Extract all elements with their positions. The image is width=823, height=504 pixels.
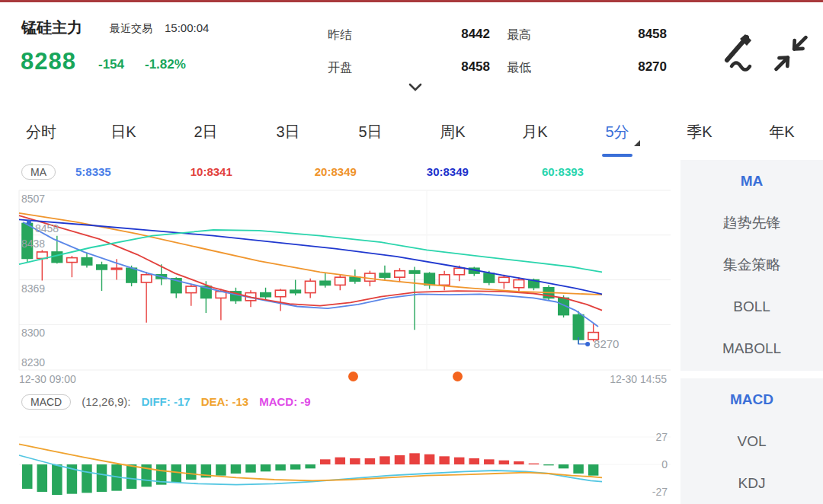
event-marker-dot[interactable] [348, 372, 358, 381]
tab-2day[interactable]: 2日 [165, 107, 247, 157]
ma60-value: 60:8393 [542, 165, 584, 178]
sidebar-item-ma[interactable]: MA [680, 160, 823, 202]
sidebar-item-trend-pioneer[interactable]: 趋势先锋 [680, 202, 823, 244]
sidebar-item-boll[interactable]: BOLL [680, 285, 823, 327]
ma30-value: 30:8349 [427, 165, 469, 178]
overlay-indicator-section: MA 趋势先锋 集金策略 BOLL MABOLL [680, 160, 823, 371]
macd-legend-row: MACD (12,26,9): DIFF: -17 DEA: -13 MACD:… [0, 386, 680, 417]
time-axis-start: 12-30 09:00 [19, 373, 76, 385]
time-axis-end: 12-30 14:55 [610, 373, 667, 385]
tab-5min-label: 5分 [605, 122, 629, 142]
tab-quarter-k[interactable]: 季K [658, 107, 741, 157]
macd-chart-canvas[interactable]: 270-27 [0, 417, 680, 504]
sub-indicator-section: MACD VOL KDJ [680, 378, 823, 504]
open-label: 开盘 [328, 60, 352, 76]
sidebar-item-jijin-strategy[interactable]: 集金策略 [680, 244, 823, 285]
event-marker-dot[interactable] [453, 372, 463, 381]
sidebar-item-maboll[interactable]: MABOLL [680, 327, 823, 369]
tab-fenshi[interactable]: 分时 [0, 107, 82, 157]
open-value: 8458 [429, 59, 490, 75]
prev-settle-value: 8442 [429, 27, 490, 42]
last-price: 8288 [21, 48, 76, 75]
sidebar-item-macd[interactable]: MACD [680, 378, 823, 420]
sidebar-item-kdj[interactable]: KDJ [680, 462, 823, 504]
low-label: 最低 [507, 60, 531, 76]
svg-text:0: 0 [661, 458, 668, 471]
last-trade-label: 最近交易 [110, 22, 152, 36]
contract-title: 锰硅主力 [21, 18, 82, 38]
tab-5day[interactable]: 5日 [329, 107, 412, 157]
tab-5min-selected[interactable]: 5分 [576, 107, 658, 157]
svg-text:-27: -27 [652, 486, 668, 498]
macd-diff-value: DIFF: -17 [141, 395, 190, 408]
tab-day-k[interactable]: 日K [82, 107, 165, 157]
tab-month-k[interactable]: 月K [494, 107, 576, 157]
expand-quote-chevron-icon[interactable] [406, 81, 424, 94]
period-tab-bar: 分时 日K 2日 3日 5日 周K 月K 5分 季K 年K [0, 107, 823, 158]
high-value: 8458 [606, 27, 667, 42]
high-label: 最高 [507, 27, 531, 43]
tab-week-k[interactable]: 周K [412, 107, 494, 157]
price-change: -154 [98, 57, 124, 72]
ma5-value: 5:8335 [75, 165, 111, 178]
svg-text:8270: 8270 [594, 337, 619, 350]
svg-text:8369: 8369 [21, 282, 45, 295]
ma-legend-row: MA 5:8335 10:8341 20:8349 30:8349 60:839… [0, 157, 680, 187]
svg-text:8230: 8230 [21, 356, 45, 368]
indicator-sidebar: MA 趋势先锋 集金策略 BOLL MABOLL MACD VOL KDJ [680, 157, 823, 504]
svg-text:8458: 8458 [35, 222, 59, 234]
macd-params: (12,26,9): [82, 395, 130, 408]
collapse-fullscreen-icon[interactable] [772, 34, 810, 75]
futures-chart-app: 锰硅主力 最近交易 15:00:04 8288 -154 -1.82% 昨结 8… [0, 0, 823, 504]
low-value: 8270 [606, 59, 667, 75]
tab-year-k[interactable]: 年K [741, 107, 823, 157]
svg-text:8300: 8300 [21, 327, 45, 339]
last-trade-time: 15:00:04 [165, 21, 209, 34]
tab-dropdown-caret-icon [634, 140, 640, 146]
tab-3day[interactable]: 3日 [247, 107, 329, 157]
ma20-value: 20:8349 [315, 165, 357, 178]
ma10-value: 10:8341 [191, 165, 232, 178]
price-change-pct: -1.82% [145, 57, 186, 72]
quote-header: 锰硅主力 最近交易 15:00:04 8288 -154 -1.82% 昨结 8… [0, 2, 823, 107]
candlestick-chart-canvas[interactable]: 8507843883698300823084588270 [0, 187, 680, 371]
svg-text:27: 27 [655, 431, 668, 443]
ma-indicator-badge[interactable]: MA [21, 164, 56, 180]
draw-line-pen-icon[interactable] [719, 31, 759, 77]
sidebar-item-vol[interactable]: VOL [680, 420, 823, 462]
macd-dea-value: DEA: -13 [201, 395, 249, 408]
chart-panel: MA 5:8335 10:8341 20:8349 30:8349 60:839… [0, 157, 680, 504]
svg-text:8507: 8507 [21, 193, 45, 205]
prev-settle-label: 昨结 [328, 27, 352, 43]
svg-text:8438: 8438 [21, 238, 45, 250]
macd-indicator-badge[interactable]: MACD [21, 394, 71, 410]
macd-hist-value: MACD: -9 [259, 395, 311, 408]
time-axis-row: 12-30 09:00 12-30 14:55 [0, 371, 680, 386]
